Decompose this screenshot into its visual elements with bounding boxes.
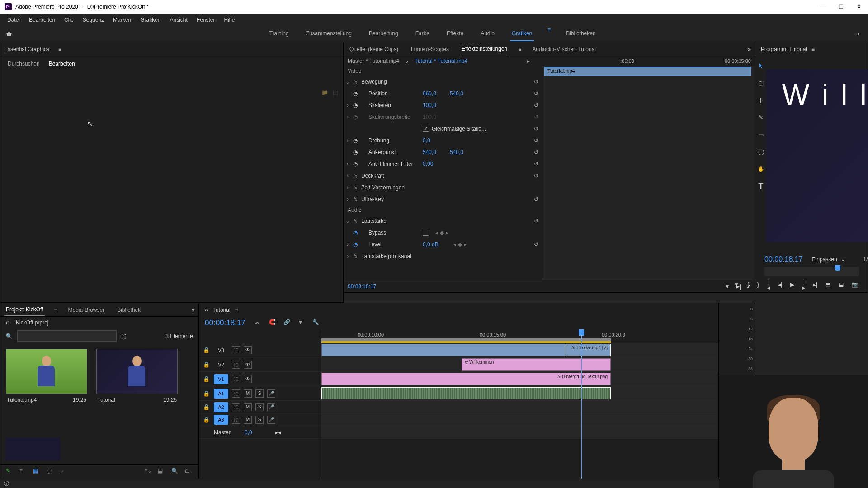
ws-effekte[interactable]: Effekte (445, 27, 465, 41)
lock-icon[interactable]: 🔒 (203, 404, 210, 410)
menu-datei[interactable]: Datei (3, 15, 24, 25)
ws-menu-icon[interactable]: ≡ (547, 27, 551, 41)
ws-farbe[interactable]: Farbe (414, 27, 431, 41)
prop-lautstaerke-kanal[interactable]: Lautstärke pro Kanal (359, 253, 423, 259)
sync-lock-icon[interactable]: ⬚ (232, 416, 240, 424)
program-playhead[interactable] (835, 265, 840, 271)
tab-source[interactable]: Quelle: (keine Clips) (348, 43, 400, 55)
ws-training[interactable]: Training (268, 27, 291, 41)
tab-media-browser[interactable]: Media-Browser (66, 304, 107, 316)
reset-icon[interactable]: ↺ (534, 137, 543, 144)
bypass-checkbox[interactable] (423, 230, 429, 236)
tl-close-icon[interactable]: × (205, 307, 208, 313)
twirl-icon[interactable]: › (344, 137, 351, 144)
position-x[interactable]: 960,0 (423, 90, 450, 97)
ws-zusammenstellung[interactable]: Zusammenstellung (304, 27, 354, 41)
tab-effect-controls[interactable]: Effekteinstellungen (460, 43, 509, 55)
list-view-icon[interactable]: ≡ (19, 468, 28, 476)
marker-icon[interactable]: ▼ (298, 319, 306, 327)
reset-icon[interactable]: ↺ (534, 196, 543, 202)
stopwatch-icon[interactable]: ◔ (351, 230, 359, 236)
next-key-icon[interactable]: ▸ (446, 230, 448, 236)
type-tool-icon[interactable]: T (755, 181, 766, 192)
panel-menu-icon[interactable]: ≡ (235, 307, 238, 313)
menu-sequenz[interactable]: Sequenz (78, 15, 108, 25)
panel-menu-icon[interactable]: ≡ (58, 46, 61, 52)
snap-icon[interactable]: 🧲 (269, 319, 277, 327)
twirl-icon[interactable]: › (344, 241, 351, 248)
program-scrubber[interactable] (764, 267, 859, 276)
stopwatch-icon[interactable]: ◔ (351, 102, 359, 108)
bin-item-extra[interactable] (6, 438, 60, 460)
twirl-icon[interactable]: › (344, 161, 351, 167)
reset-icon[interactable]: ↺ (534, 241, 543, 248)
prop-deckkraft[interactable]: Deckkraft (359, 173, 423, 179)
go-to-in-icon[interactable]: |◂ (767, 280, 770, 290)
timeline-tc[interactable]: 00:00:18:17 (205, 319, 245, 328)
new-layer-icon[interactable]: ⬚ (333, 89, 338, 96)
stopwatch-icon[interactable]: ◔ (351, 90, 359, 97)
step-back-icon[interactable]: ◂| (778, 280, 782, 290)
write-icon[interactable]: ✎ (6, 468, 14, 476)
step-forward-icon[interactable]: |▸ (802, 280, 805, 290)
panel-overflow[interactable]: » (192, 307, 195, 313)
sync-lock-icon[interactable]: ⬚ (232, 403, 240, 411)
lock-icon[interactable]: 🔒 (203, 390, 210, 397)
position-y[interactable]: 540,0 (450, 90, 477, 97)
ws-grafiken[interactable]: Grafiken (510, 27, 534, 41)
prev-key-icon[interactable]: ◂ (435, 230, 438, 236)
pen-tool-icon[interactable]: ✎ (755, 112, 766, 123)
filter-icon[interactable]: ⬚ (121, 333, 126, 339)
menu-clip[interactable]: Clip (60, 15, 78, 25)
track-output-icon[interactable]: 👁 (244, 361, 252, 369)
sync-lock-icon[interactable]: ⬚ (232, 389, 240, 398)
track-v3[interactable]: V3 (214, 345, 228, 355)
fx-badge-icon[interactable]: fx (351, 197, 359, 202)
ws-bibliotheken[interactable]: Bibliotheken (564, 27, 597, 41)
next-key-icon[interactable]: ▸ (464, 241, 467, 248)
solo-button[interactable]: S (255, 403, 264, 411)
ec-keyframe-timeline[interactable]: Tutorial.mp4 (543, 66, 755, 280)
icon-view-icon[interactable]: ▦ (33, 468, 41, 476)
lift-icon[interactable]: ⬒ (826, 280, 830, 290)
mark-out-icon[interactable]: } (757, 280, 759, 290)
menu-hilfe[interactable]: Hilfe (220, 15, 240, 25)
sequence-name[interactable]: Tutorial (212, 307, 231, 313)
timeline-playhead[interactable] (581, 329, 582, 479)
lock-icon[interactable]: 🔒 (203, 347, 210, 353)
minimize-button[interactable]: ─ (818, 2, 827, 11)
program-zoom-dropdown[interactable]: 1/2 ⌄ (863, 256, 868, 263)
master-val[interactable]: 0,0 (245, 429, 272, 436)
hand-tool-icon[interactable]: ✋ (755, 164, 766, 174)
new-bin-icon[interactable]: 🗀 (185, 468, 193, 476)
ec-clip-bar[interactable]: Tutorial.mp4 (544, 67, 751, 76)
ws-bearbeitung[interactable]: Bearbeitung (367, 27, 400, 41)
reset-icon[interactable]: ↺ (534, 126, 543, 132)
program-tc-current[interactable]: 00:00:18:17 (764, 255, 803, 263)
drehung-val[interactable]: 0,0 (423, 137, 450, 144)
mute-button[interactable]: M (244, 389, 252, 398)
twirl-icon[interactable]: ⌄ (344, 79, 351, 85)
reset-icon[interactable]: ↺ (534, 102, 543, 108)
prop-ultrakey[interactable]: Ultra-Key (359, 196, 423, 202)
stopwatch-icon[interactable]: ◔ (351, 161, 359, 167)
level-val[interactable]: 0,0 dB (423, 241, 450, 248)
bin-item-tutorial-mp4[interactable]: Tutorial.mp419:25 (6, 349, 87, 429)
eg-tab-browse[interactable]: Durchsuchen (8, 61, 40, 67)
fx-badge-icon[interactable]: fx (351, 80, 359, 84)
mute-button[interactable]: M (244, 416, 252, 424)
fx-badge-icon[interactable]: fx (351, 254, 359, 259)
tab-project[interactable]: Projekt: KickOff (4, 304, 45, 316)
menu-grafiken[interactable]: Grafiken (136, 15, 165, 25)
master-meter-icon[interactable]: ▸◂ (275, 429, 281, 436)
twirl-icon[interactable]: ⌄ (344, 218, 351, 224)
mute-button[interactable]: M (244, 403, 252, 411)
add-key-icon[interactable]: ◆ (458, 241, 462, 248)
linked-sel-icon[interactable]: 🔗 (283, 319, 292, 327)
tab-audio-mixer[interactable]: Audioclip-Mischer: Tutorial (530, 43, 598, 55)
folder-icon[interactable]: 📁 (321, 89, 328, 96)
menu-fenster[interactable]: Fenster (192, 15, 220, 25)
maximize-button[interactable]: ❐ (836, 2, 845, 11)
chevron-down-icon[interactable]: ⌄ (405, 58, 409, 64)
direct-select-icon[interactable]: ⬚ (755, 78, 766, 89)
